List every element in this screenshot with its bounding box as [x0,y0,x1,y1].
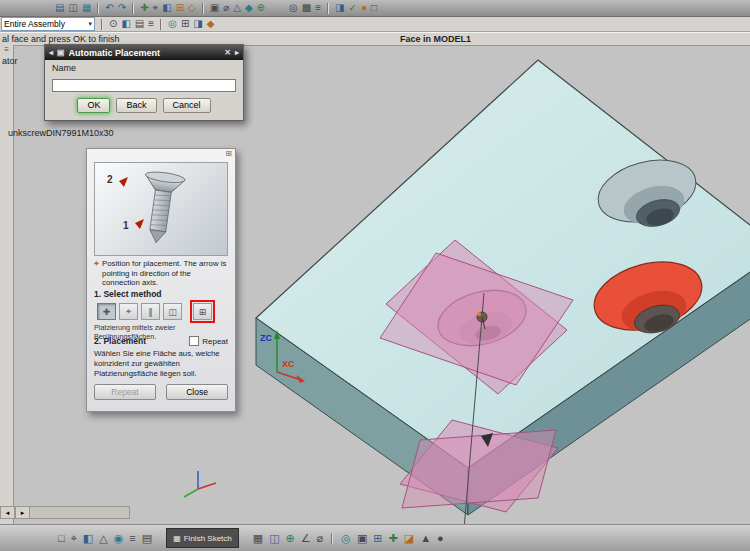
cancel-button[interactable]: Cancel [163,98,211,113]
datum-plane-icon[interactable]: ◧ [162,3,171,13]
dialog-back-icon[interactable]: ◂ [49,48,53,57]
place-by-point-icon[interactable]: ✚ [97,303,116,320]
orient-view-icon[interactable]: ◎ [289,3,298,13]
prompt-message: al face and press OK to finish [2,34,120,44]
close-button-panel[interactable]: Close [166,384,228,400]
placement-title: 2. Placement [94,336,146,346]
dialog-button-row: OK Back Cancel [52,98,236,113]
grid-icon[interactable]: ⊞ [373,533,382,544]
feature-icon[interactable]: ◆ [245,3,253,13]
separator [101,19,103,30]
section-view-icon[interactable]: ◨ [335,3,344,13]
close-icon[interactable]: ✕ [224,48,231,57]
up-icon[interactable]: ▲ [420,533,431,544]
resource-bar[interactable]: ≡ [0,45,14,524]
assembly-scope-value: Entire Assembly [4,19,65,29]
angle-icon[interactable]: ∠ [301,533,311,544]
separator [97,3,99,14]
pattern-feature-icon[interactable]: ⊞ [176,3,184,13]
screw-preview: 2 1 [94,162,228,256]
separator [160,19,162,30]
wireframe-icon[interactable]: ◫ [269,533,279,544]
dialog-title-bar[interactable]: ◂ ▣ Automatic Placement ✕ ▸ [45,45,243,60]
diameter-dimension-icon[interactable]: ⌀ [223,3,229,13]
draft-icon[interactable]: △ [233,3,241,13]
hole-icon[interactable]: ▣ [357,533,367,544]
display-mode-icon[interactable]: ◫ [68,3,77,13]
scrollbar-track[interactable] [30,506,130,519]
axis-label-xc: XC [282,359,295,369]
unite-icon[interactable]: ⊕ [257,3,265,13]
selection-bar: Entire Assembly ▾ ⊙ ◧ ▤ ≡ ◎ ⊞ ◨ ◆ [0,17,750,32]
shaded-view-icon[interactable]: ▩ [302,3,311,13]
finish-sketch-button[interactable]: ▦ Finish Sketch [166,528,239,548]
separator [202,3,204,14]
dialog-forward-icon[interactable]: ▸ [235,48,239,57]
place-by-csys-icon[interactable]: ⌖ [119,303,138,320]
placement-info-text: Position for placement. The arrow is poi… [102,259,228,288]
target-icon[interactable]: ◉ [114,533,124,544]
redo-icon[interactable]: ↷ [118,3,126,13]
ok-button[interactable]: OK [77,98,110,113]
select-filter-icon[interactable]: □ [58,533,65,544]
menu-icon[interactable]: ≡ [129,533,135,544]
dialog-title: Automatic Placement [69,48,221,58]
step-2-arrow [119,177,128,187]
plane-tool-icon[interactable]: ◧ [83,533,93,544]
scroll-left-icon[interactable]: ◂ [0,506,15,519]
placement-wizard-panel: ⊞ 2 1 [86,148,236,412]
resource-bar-icon[interactable]: ≡ [4,45,9,54]
grid-icon[interactable]: ⊞ [181,19,189,29]
snap-icon[interactable]: ⌖ [71,533,77,544]
select-method-title: 1. Select method [94,289,162,299]
place-parallel-icon[interactable]: ∥ [141,303,160,320]
diameter-icon[interactable]: ⌀ [317,533,324,544]
shade-icon[interactable]: ▦ [253,533,263,544]
chevron-down-icon: ▾ [88,20,92,28]
list-icon[interactable]: ≡ [148,19,154,29]
dot-icon[interactable]: ● [437,533,444,544]
name-label: Name [52,63,236,73]
sketch-icon[interactable]: ◇ [188,3,196,13]
back-button[interactable]: Back [116,98,156,113]
scroll-right-icon[interactable]: ▸ [15,506,30,519]
undo-icon[interactable]: ↶ [105,3,113,13]
layer-settings-icon[interactable]: ▤ [135,19,144,29]
assembly-scope-dropdown[interactable]: Entire Assembly ▾ [1,17,95,31]
hole-feature-icon[interactable]: ▣ [210,3,219,13]
triangle-tool-icon[interactable]: △ [99,533,107,544]
open-part-icon[interactable]: ▤ [55,3,64,13]
horizontal-scrollbar[interactable]: ◂ ▸ [0,506,130,519]
highlight-icon[interactable]: ◆ [207,19,215,29]
name-input[interactable] [52,79,236,92]
render-style-icon[interactable]: ● [361,3,367,13]
repeat-checkbox[interactable] [189,336,199,346]
place-by-face-icon[interactable]: ◫ [163,303,182,320]
add-icon[interactable]: ✚ [389,533,398,544]
boolean-icon[interactable]: ⊕ [286,533,295,544]
window-icon[interactable]: □ [371,3,377,13]
panel-grip-icon[interactable]: ⊞ [225,149,232,158]
half-section-icon[interactable]: ◨ [193,19,202,29]
placement-instruction-text: Wählen Sie eine Fläche aus, welche koinz… [94,349,229,379]
menu-list-icon[interactable]: ≡ [315,3,321,13]
place-two-touch-faces-icon[interactable]: ⊞ [193,303,212,320]
point-tool-icon[interactable]: ⌖ [153,3,159,13]
step-2-marker: 2 [107,174,113,185]
layers-icon[interactable]: ▦ [82,3,91,13]
snap-point-icon[interactable]: ◎ [168,19,177,29]
show-hide-icon[interactable]: ◧ [121,19,130,29]
add-component-icon[interactable]: ✚ [140,3,148,13]
finish-sketch-label: Finish Sketch [184,534,232,543]
dialog-app-icon: ▣ [57,48,65,57]
datum-plane-lower-2[interactable] [402,430,556,508]
navigator-title-partial: ator [2,56,18,66]
view-orientation-triad [184,471,216,497]
table-icon[interactable]: ▤ [142,533,152,544]
apply-icon[interactable]: ✓ [348,3,356,13]
repeat-button[interactable]: Repeat [94,384,156,400]
repeat-checkbox-row[interactable]: Repeat [189,336,228,346]
selection-filter-icon[interactable]: ⊙ [109,19,117,29]
corner-icon[interactable]: ◪ [404,533,414,544]
orient-icon[interactable]: ◎ [341,533,351,544]
